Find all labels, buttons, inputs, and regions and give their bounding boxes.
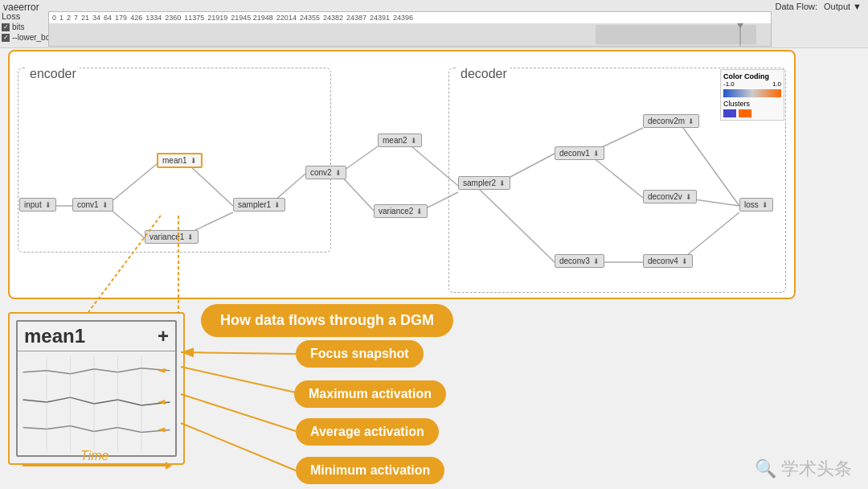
node-deconv3[interactable]: deconv3 ⬇: [555, 254, 604, 268]
lower-bound-check: ✓: [2, 34, 10, 42]
node-deconv4-arrow: ⬇: [682, 257, 688, 265]
top-bar-right: Data Flow: Output ▼: [775, 2, 862, 11]
zoomed-node-plus: +: [158, 325, 169, 347]
svg-marker-27: [158, 368, 166, 373]
node-deconv1[interactable]: deconv1 ⬇: [555, 146, 604, 160]
bottom-section: How data flows through a DGM mean1 +: [8, 304, 796, 481]
dgm-label: How data flows through a DGM: [201, 304, 453, 337]
svg-line-30: [181, 352, 296, 354]
node-deconv1-arrow: ⬇: [593, 150, 600, 158]
node-mean1[interactable]: mean1 ⬇: [157, 153, 203, 168]
node-conv1[interactable]: conv1 ⬇: [72, 198, 113, 212]
bits-check: ✓: [2, 23, 10, 31]
node-input-arrow: ⬇: [45, 201, 51, 209]
top-bar: vaeerror Loss ✓ bits ✓ --lower_bound 012…: [0, 0, 868, 48]
activation-chart: [23, 356, 170, 451]
node-mean2[interactable]: mean2 ⬇: [378, 134, 422, 147]
callout-minimum: Minimum activation: [296, 457, 444, 484]
node-deconv2v[interactable]: deconv2v ⬇: [643, 190, 697, 203]
zoomed-node-chart: [18, 351, 175, 456]
callout-maximum: Maximum activation: [294, 380, 446, 408]
cluster-blue: [723, 109, 736, 117]
node-deconv4[interactable]: deconv4 ⬇: [643, 254, 693, 268]
node-sampler1-arrow: ⬇: [274, 201, 280, 209]
time-label: Time: [80, 449, 108, 463]
node-variance1-arrow: ⬇: [187, 233, 194, 241]
node-conv1-arrow: ⬇: [102, 201, 108, 209]
data-flow-label: Data Flow:: [775, 2, 817, 11]
node-loss-arrow: ⬇: [762, 201, 768, 209]
zoomed-node-title: mean1 +: [18, 322, 175, 351]
svg-line-32: [181, 394, 296, 431]
network-canvas[interactable]: encoder decoder input ⬇ conv1 ⬇ mean1 ⬇ …: [8, 50, 796, 299]
color-min: -1.0: [723, 80, 735, 88]
color-coding-label: Color Coding: [723, 72, 781, 80]
timeline-bar[interactable]: [49, 23, 771, 46]
node-mean1-arrow: ⬇: [190, 157, 197, 165]
node-conv2[interactable]: conv2 ⬇: [305, 166, 346, 179]
decoder-label: decoder: [457, 67, 510, 81]
cluster-orange: [739, 109, 751, 117]
svg-line-33: [181, 423, 296, 471]
callout-focus: Focus snapshot: [296, 340, 424, 368]
color-bar: [723, 89, 781, 97]
node-loss[interactable]: loss ⬇: [739, 198, 773, 212]
watermark: 🔍 学术头条: [755, 457, 852, 481]
node-deconv2v-arrow: ⬇: [686, 193, 692, 201]
color-max: 1.0: [772, 80, 781, 88]
node-deconv3-arrow: ⬇: [593, 257, 600, 265]
svg-marker-29: [158, 428, 166, 433]
node-variance2[interactable]: variance2 ⬇: [374, 204, 428, 218]
clusters-label: Clusters: [723, 100, 781, 108]
node-sampler2-arrow: ⬇: [499, 179, 506, 187]
node-deconv2m[interactable]: deconv2m ⬇: [643, 114, 699, 128]
color-coding: Color Coding -1.0 1.0 Clusters: [720, 69, 784, 121]
cluster-colors: [723, 109, 781, 117]
node-input[interactable]: input ⬇: [19, 198, 56, 212]
node-deconv2m-arrow: ⬇: [688, 117, 694, 125]
output-dropdown[interactable]: Output ▼: [824, 2, 862, 11]
timeline-numbers: 01272134 6417942613342360 11375219192194…: [49, 12, 771, 23]
node-conv2-arrow: ⬇: [335, 169, 342, 177]
time-arrow: [23, 465, 167, 466]
zoomed-node: mean1 +: [16, 320, 177, 457]
node-mean2-arrow: ⬇: [411, 137, 417, 145]
node-sampler1[interactable]: sampler1 ⬇: [233, 198, 285, 212]
node-variance1[interactable]: variance1 ⬇: [145, 230, 199, 244]
callout-average: Average activation: [296, 418, 439, 446]
timeline-area[interactable]: 01272134 6417942613342360 11375219192194…: [48, 11, 772, 47]
zoomed-node-name: mean1: [24, 325, 85, 347]
encoder-label: encoder: [27, 67, 80, 81]
svg-line-31: [181, 367, 296, 392]
color-range-labels: -1.0 1.0: [723, 80, 781, 88]
node-variance2-arrow: ⬇: [416, 208, 423, 216]
node-sampler2[interactable]: sampler2 ⬇: [458, 176, 510, 190]
svg-rect-1: [596, 25, 756, 44]
bits-label: bits: [12, 23, 25, 31]
